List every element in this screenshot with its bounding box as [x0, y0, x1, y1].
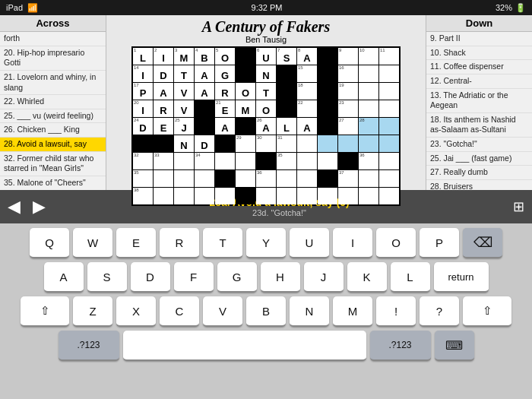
clue-across-28[interactable]: 28. Avoid a lawsuit, say [0, 138, 106, 152]
cell-1-11[interactable]: 9 [338, 48, 358, 65]
key-x[interactable]: X [116, 296, 156, 327]
key-k[interactable]: K [347, 262, 387, 293]
key-h[interactable]: H [261, 262, 300, 293]
cell-7-10[interactable] [318, 153, 337, 169]
cell-9-7[interactable] [256, 188, 276, 204]
cell-5-9[interactable]: A [297, 118, 317, 135]
cell-1-12[interactable]: 10 [359, 48, 378, 65]
cell-9-3[interactable] [174, 188, 194, 204]
cell-3-7[interactable]: T [256, 83, 276, 100]
key-space[interactable] [123, 331, 366, 361]
clue-down-28[interactable]: 28. Bruisers [426, 180, 532, 190]
cell-1-7[interactable]: 6U [256, 48, 276, 65]
key-backspace[interactable]: ⌫ [463, 228, 502, 258]
cell-5-2[interactable]: E [154, 118, 173, 135]
cell-7-2[interactable]: 33 [154, 153, 173, 169]
cell-4-6[interactable]: M [236, 100, 255, 117]
cell-6-13[interactable] [379, 135, 399, 152]
key-exclaim[interactable]: ! [376, 296, 416, 327]
key-return[interactable]: return [434, 262, 489, 293]
key-p[interactable]: P [420, 228, 459, 258]
cell-9-9[interactable] [297, 188, 317, 204]
cell-3-13[interactable] [379, 83, 399, 100]
cell-8-9[interactable] [297, 170, 317, 187]
cell-7-3[interactable] [174, 153, 194, 169]
cell-7-4[interactable]: 34 [195, 153, 214, 169]
cell-9-4[interactable] [195, 188, 214, 204]
cell-3-1[interactable]: 17P [133, 83, 153, 100]
clue-down-11[interactable]: 11. Coffee dispenser [426, 60, 532, 74]
cell-9-13[interactable] [379, 188, 399, 204]
key-r[interactable]: R [160, 228, 199, 258]
key-j[interactable]: J [304, 262, 344, 293]
cell-9-8[interactable] [277, 188, 296, 204]
cell-7-9[interactable] [297, 153, 317, 169]
cell-8-13[interactable] [379, 170, 399, 187]
key-s[interactable]: S [87, 262, 127, 293]
key-w[interactable]: W [73, 228, 112, 258]
cell-7-8[interactable]: 35 [277, 153, 296, 169]
cell-7-12[interactable]: 36 [359, 153, 378, 169]
key-i[interactable]: I [333, 228, 372, 258]
key-y[interactable]: Y [246, 228, 286, 258]
key-g[interactable]: G [217, 262, 257, 293]
cell-3-5[interactable]: R [215, 83, 235, 100]
clue-down-25[interactable]: 25. Jai ___ (fast game) [426, 152, 532, 166]
cell-1-9[interactable]: 8A [297, 48, 317, 65]
cell-1-4[interactable]: 4B [195, 48, 214, 65]
cell-9-12[interactable] [359, 188, 378, 204]
key-shift-left[interactable]: ⇧ [21, 296, 69, 327]
key-b[interactable]: B [246, 296, 286, 327]
key-a[interactable]: A [44, 262, 84, 293]
cell-3-2[interactable]: A [154, 83, 173, 100]
key-numbers-right[interactable]: .?123 [370, 331, 431, 361]
cell-2-5[interactable]: G [215, 65, 235, 82]
key-m[interactable]: M [333, 296, 372, 327]
cell-4-9[interactable]: 22 [297, 100, 317, 117]
prev-clue-button[interactable]: ◀ [8, 197, 21, 217]
cell-7-5[interactable] [215, 153, 235, 169]
cell-9-2[interactable] [154, 188, 173, 204]
key-z[interactable]: Z [73, 296, 112, 327]
clue-down-10[interactable]: 10. Shack [426, 46, 532, 61]
cell-5-5[interactable]: A [215, 118, 235, 135]
cell-7-1[interactable]: 32 [133, 153, 153, 169]
cell-1-2[interactable]: 2I [154, 48, 173, 65]
key-l[interactable]: L [391, 262, 430, 293]
cell-6-10[interactable] [318, 135, 337, 152]
cell-5-12[interactable]: 28 [359, 118, 378, 135]
cell-7-13[interactable] [379, 153, 399, 169]
cell-4-7[interactable]: O [256, 100, 276, 117]
cell-2-9[interactable]: 15 [297, 65, 317, 82]
clue-down-12[interactable]: 12. Central- [426, 74, 532, 89]
cell-9-1[interactable]: 38 [133, 188, 153, 204]
cell-8-8[interactable] [277, 170, 296, 187]
cell-5-8[interactable]: L [277, 118, 296, 135]
cell-7-6[interactable] [236, 153, 255, 169]
cell-8-12[interactable] [359, 170, 378, 187]
clue-across-35[interactable]: 35. Malone of "Cheers" [0, 176, 106, 190]
cell-1-5[interactable]: 5O [215, 48, 235, 65]
cell-2-7[interactable]: N [256, 65, 276, 82]
cell-8-4[interactable] [195, 170, 214, 187]
cell-2-13[interactable] [379, 65, 399, 82]
expand-button[interactable]: ⊞ [513, 198, 524, 215]
cell-8-3[interactable] [174, 170, 194, 187]
clue-down-23[interactable]: 23. "Gotcha!" [426, 138, 532, 152]
clue-down-27[interactable]: 27. Really dumb [426, 166, 532, 180]
clue-down-13[interactable]: 13. The Adriatic or the Aegean [426, 89, 532, 113]
key-n[interactable]: N [290, 296, 329, 327]
cell-4-13[interactable] [379, 100, 399, 117]
cell-2-3[interactable]: T [174, 65, 194, 82]
cell-5-13[interactable] [379, 118, 399, 135]
key-c[interactable]: C [160, 296, 199, 327]
key-q[interactable]: Q [30, 228, 69, 258]
cell-2-2[interactable]: D [154, 65, 173, 82]
cell-6-9[interactable] [297, 135, 317, 152]
cell-4-11[interactable]: 23 [338, 100, 358, 117]
clue-across-21[interactable]: 21. Lovelorn and whiny, in slang [0, 71, 106, 95]
clue-down-9[interactable]: 9. Part II [426, 32, 532, 46]
cell-6-12[interactable] [359, 135, 378, 152]
key-numbers-left[interactable]: .?123 [59, 331, 119, 361]
clue-across-0[interactable]: forth [0, 32, 106, 46]
